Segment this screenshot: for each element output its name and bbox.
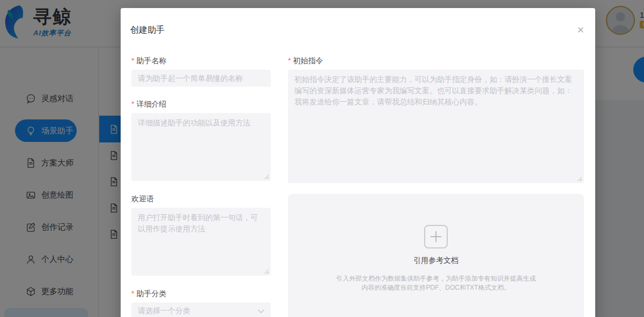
- upload-description: 引入外部文档作为数据集供助手参考，为助手添加专有知识并提高生成 内容的准确度当前…: [288, 274, 584, 292]
- field-initial-instruction: *初始指令: [288, 55, 584, 183]
- field-assistant-name: *助手名称: [131, 55, 271, 87]
- field-assistant-category: *助手分类 请选择一个分类: [131, 288, 271, 317]
- category-select-placeholder: 请选择一个分类: [138, 306, 190, 316]
- field-welcome-message: 欢迎语: [131, 193, 271, 276]
- field-label: 初始指令: [293, 56, 323, 65]
- create-assistant-modal: 创建助手 ✕ *助手名称 *详细介绍: [121, 8, 595, 317]
- category-select[interactable]: 请选择一个分类: [131, 303, 271, 317]
- initial-instruction-textarea[interactable]: [288, 70, 584, 183]
- field-label: 详细介绍: [136, 100, 166, 108]
- field-label: 助手名称: [136, 56, 166, 65]
- chevron-down-icon: [258, 310, 264, 313]
- app-page: 寻鲸 AI效率平台 1 V 灵感对话 场景助手: [0, 0, 644, 317]
- close-icon[interactable]: ✕: [577, 26, 584, 35]
- required-marker: *: [131, 56, 134, 65]
- field-label: 助手分类: [136, 289, 166, 298]
- upload-title: 引用参考文档: [288, 256, 584, 266]
- required-marker: *: [131, 289, 134, 298]
- welcome-message-textarea[interactable]: [131, 208, 271, 276]
- assistant-name-input[interactable]: [131, 70, 271, 87]
- modal-title: 创建助手: [130, 25, 165, 34]
- detailed-intro-textarea[interactable]: [131, 113, 271, 181]
- reference-doc-upload-area[interactable]: 引用参考文档 引入外部文档作为数据集供助手参考，为助手添加专有知识并提高生成 内…: [288, 194, 584, 317]
- field-detailed-intro: *详细介绍: [131, 99, 271, 181]
- required-marker: *: [131, 100, 134, 108]
- required-marker: *: [288, 56, 291, 65]
- plus-icon: [430, 231, 442, 243]
- field-label: 欢迎语: [131, 194, 154, 203]
